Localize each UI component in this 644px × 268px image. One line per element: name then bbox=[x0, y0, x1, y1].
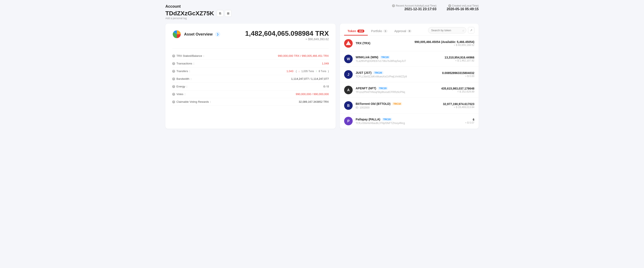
energy-value: 0 / 0 bbox=[324, 85, 329, 88]
token-item-win: W WINKLink (WIN) TRC20 TLa2f6VPqDGRE67v1… bbox=[340, 51, 479, 67]
account-address: TDdZXzGcXZ75K bbox=[165, 10, 214, 17]
trx-balance-display: 990,005,466.45054 (Available: 5,466.4505… bbox=[414, 40, 474, 46]
btt-logo: B bbox=[344, 101, 353, 110]
trx-token-amount: 990,005,466.45054 (Available: 5,466.4505… bbox=[414, 40, 474, 44]
svg-text:B: B bbox=[347, 104, 350, 107]
tab-portfolio[interactable]: Portfolio 1 bbox=[368, 27, 391, 35]
grid-icon: ⊞ bbox=[227, 12, 230, 15]
stat-row-staked: ? TRX Staked/Balance : 990,000,000 TRX /… bbox=[172, 52, 329, 60]
votes-label: Votes bbox=[176, 92, 184, 96]
nft-balance-display: 435,615,983,037.178648 ≈ $ 252,629.89 bbox=[441, 87, 474, 93]
account-label: Account bbox=[165, 4, 232, 9]
win-balance-display: 13,310,954,916.44966 ≈ $ 1,462,107.92 bbox=[444, 56, 474, 62]
transactions-label: Transactions bbox=[176, 62, 192, 65]
stat-row-transfers: ? Transfers : 1,043 ( ↓ 1,035 Txns ↑ 8 T… bbox=[172, 67, 329, 75]
export-button[interactable]: ↗ bbox=[468, 27, 474, 33]
staked-value: 990,000,000 TRX / 990,005,466.451 TRX bbox=[278, 54, 329, 57]
bandwidth-label: Bandwidth bbox=[176, 77, 190, 80]
export-icon: ↗ bbox=[470, 28, 472, 32]
recent-activity-value: 2021-12-31 23:17:03 bbox=[392, 7, 436, 11]
stat-row-energy: ? Energy : 0 / 0 bbox=[172, 83, 329, 90]
nft-tag: TRC20 bbox=[378, 87, 388, 90]
win-address: TLa2f6VPqDGRE67v1736s7bJ8Ray5wyJU7 bbox=[356, 59, 442, 62]
bandwidth-help-icon[interactable]: ? bbox=[172, 77, 175, 80]
rewards-label: Claimable Voting Rewards bbox=[176, 100, 209, 103]
stat-row-bandwidth: ? Bandwidth : 1,114,247,077 / 1,114,247,… bbox=[172, 75, 329, 83]
transfers-up-count: 8 Txns bbox=[318, 70, 326, 73]
token-item-btt: B BitTorrent Old (BTTOLD) TRC10 ID: 1002… bbox=[340, 98, 479, 113]
btt-tag: TRC10 bbox=[392, 102, 402, 105]
created-help-icon[interactable]: ? bbox=[448, 4, 451, 7]
stat-row-transactions: ? Transactions : 1,049 bbox=[172, 60, 329, 67]
nft-name: APENFT (NFT) bbox=[356, 87, 376, 90]
jst-info: JUST (JST) TRC20 TCFLL5dx5ZJdKnWuesXxi1V… bbox=[356, 71, 439, 78]
token-list: TRX (TRX) 990,005,466.45054 (Available: … bbox=[340, 36, 479, 129]
rewards-value: 32,089,167.343852 TRX bbox=[299, 100, 329, 103]
win-info: WINKLink (WIN) TRC20 TLa2f6VPqDGRE67v173… bbox=[356, 55, 442, 62]
palla-token-amount: 6 bbox=[465, 118, 474, 121]
jst-token-usd: ≈ $ 0.00 bbox=[442, 75, 474, 78]
token-tabs-row: Token 153 Portfolio 1 Approval 0 ⌕ bbox=[340, 24, 479, 36]
transactions-help-icon[interactable]: ? bbox=[172, 62, 175, 65]
personal-tag-hint[interactable]: Add a personal tag bbox=[165, 17, 232, 20]
btt-token-usd: ≈ $ 28,469,013.84 bbox=[443, 106, 474, 109]
jst-balance-display: 0.008528963315804032 ≈ $ 0.00 bbox=[442, 71, 474, 78]
trx-usd: ≈ $90,849,393.62 bbox=[245, 37, 329, 41]
asset-overview-title: Asset Overview bbox=[184, 32, 212, 36]
token-panel: Token 153 Portfolio 1 Approval 0 ⌕ bbox=[340, 24, 479, 129]
jst-name: JUST (JST) bbox=[356, 71, 372, 74]
transfers-help-icon[interactable]: ? bbox=[172, 70, 175, 73]
win-name: WINKLink (WIN) bbox=[356, 55, 378, 59]
jst-tag: TRC20 bbox=[373, 71, 383, 74]
token-item-jst: J JUST (JST) TRC20 TCFLL5dx5ZJdKnWuesXxi… bbox=[340, 67, 479, 82]
energy-help-icon[interactable]: ? bbox=[172, 85, 175, 88]
tab-approval[interactable]: Approval 0 bbox=[391, 27, 415, 35]
trx-amount: 1,482,604,065.098984 TRX bbox=[245, 29, 329, 37]
copy-button[interactable]: ⎘ bbox=[217, 10, 224, 17]
trx-logo bbox=[344, 39, 353, 48]
palla-logo: P bbox=[344, 117, 353, 125]
rewards-help-icon[interactable]: ? bbox=[172, 100, 175, 103]
asset-overview-card: Asset Overview ❯ 1,482,604,065.098984 TR… bbox=[165, 24, 336, 129]
palla-address: TCfLxS9xHxH8auBL3T8pf3NFTZhsxy4Ncg bbox=[356, 122, 462, 125]
created-label: Created on(Local Time) bbox=[452, 4, 479, 7]
search-input[interactable] bbox=[428, 27, 466, 33]
tab-approval-badge: 0 bbox=[407, 29, 412, 32]
jst-token-amount: 0.008528963315804032 bbox=[442, 71, 474, 75]
btt-token-amount: 32,977,190,974.617023 bbox=[443, 102, 474, 106]
palla-token-usd: ≈ $ 0.07 bbox=[465, 121, 474, 124]
staked-help-icon[interactable]: ? bbox=[172, 54, 175, 57]
transfers-up-icon: ↑ bbox=[316, 70, 317, 73]
win-logo: W bbox=[344, 55, 353, 63]
palla-tag: TRC20 bbox=[382, 118, 392, 121]
btt-balance-display: 32,977,190,974.617023 ≈ $ 28,469,013.84 bbox=[443, 102, 474, 109]
copy-icon: ⎘ bbox=[219, 12, 221, 15]
votes-value: 990,000,000 / 990,000,000 bbox=[296, 92, 329, 96]
tab-token[interactable]: Token 153 bbox=[344, 27, 368, 35]
recent-activity-help-icon[interactable]: ? bbox=[392, 4, 395, 7]
win-tag: TRC20 bbox=[380, 56, 390, 59]
trx-info: TRX (TRX) bbox=[356, 41, 412, 45]
tab-portfolio-badge: 1 bbox=[383, 29, 388, 32]
transfers-down-icon: ↓ bbox=[298, 70, 300, 73]
palla-balance-display: 6 ≈ $ 0.07 bbox=[465, 118, 474, 124]
qr-button[interactable]: ⊞ bbox=[225, 10, 232, 17]
tab-approval-label: Approval bbox=[394, 29, 406, 33]
btt-address: ID: 1002000 bbox=[356, 106, 440, 109]
energy-label: Energy bbox=[176, 85, 185, 88]
token-item-nft: A APENFT (NFT) TRC20 TFczxzPhntThNsqr5by… bbox=[340, 82, 479, 98]
recent-activity-label: Recent Account Activity(Local Time) bbox=[396, 4, 436, 7]
token-item-trx: TRX (TRX) 990,005,466.45054 (Available: … bbox=[340, 36, 479, 51]
tab-token-badge: 153 bbox=[357, 29, 364, 32]
token-item-palla: P Pallapay (PALLA) TRC20 TCfLxS9xHxH8auB… bbox=[340, 113, 479, 129]
jst-address: TCFLL5dx5ZJdKnWuesXxi1VPwjLVmWZZy9 bbox=[356, 75, 439, 78]
staked-label: TRX Staked/Balance bbox=[176, 54, 202, 57]
created-meta: ? Created on(Local Time) 2020-05-16 05:4… bbox=[447, 4, 479, 11]
asset-expand-button[interactable]: ❯ bbox=[215, 32, 220, 37]
transfers-down-count: 1,035 Txns bbox=[301, 70, 314, 73]
trx-token-usd: ≈ $ 60,655,168.52 bbox=[414, 44, 474, 46]
votes-help-icon[interactable]: ? bbox=[172, 93, 175, 96]
stat-row-rewards: ? Claimable Voting Rewards : 32,089,167.… bbox=[172, 98, 329, 106]
svg-text:P: P bbox=[347, 119, 350, 123]
stat-row-votes: ? Votes : 990,000,000 / 990,000,000 bbox=[172, 90, 329, 98]
